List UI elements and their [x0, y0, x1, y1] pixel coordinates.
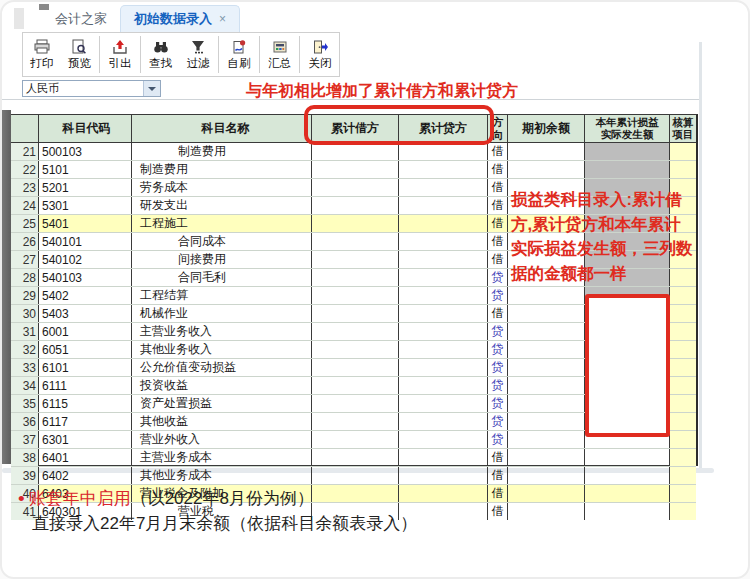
- cum-debit-cell[interactable]: [312, 341, 399, 358]
- direction-cell[interactable]: 借: [488, 143, 508, 160]
- code-cell[interactable]: 5201: [39, 179, 132, 196]
- item-cell[interactable]: [670, 485, 696, 502]
- name-cell[interactable]: 投资收益: [132, 377, 312, 394]
- item-cell[interactable]: [670, 305, 696, 322]
- direction-cell[interactable]: 借: [488, 233, 508, 250]
- cum-debit-cell[interactable]: [312, 305, 399, 322]
- direction-cell[interactable]: 贷: [488, 287, 508, 304]
- summary-button[interactable]: 汇总: [261, 33, 299, 76]
- currency-dropdown[interactable]: 人民币: [22, 80, 161, 97]
- cum-credit-cell[interactable]: [399, 413, 488, 430]
- find-button[interactable]: 查找: [142, 33, 180, 76]
- code-cell[interactable]: 540103: [39, 269, 132, 286]
- direction-cell[interactable]: 借: [488, 485, 508, 502]
- cum-credit-cell[interactable]: [399, 161, 488, 178]
- export-button[interactable]: 引出: [101, 33, 139, 76]
- direction-cell[interactable]: 借: [488, 251, 508, 268]
- cum-debit-cell[interactable]: [312, 467, 399, 484]
- cum-debit-cell[interactable]: [312, 161, 399, 178]
- item-cell[interactable]: [670, 287, 696, 304]
- item-cell[interactable]: [670, 467, 696, 484]
- opening-balance-cell[interactable]: [508, 323, 585, 340]
- cum-debit-cell[interactable]: [312, 377, 399, 394]
- item-cell[interactable]: [670, 503, 696, 520]
- item-cell[interactable]: [670, 449, 696, 466]
- name-cell[interactable]: 公允价值变动损益: [132, 359, 312, 376]
- cum-credit-cell[interactable]: [399, 305, 488, 322]
- ytd-amount-cell[interactable]: [585, 143, 670, 160]
- name-cell[interactable]: 制造费用: [132, 161, 312, 178]
- code-cell[interactable]: 5403: [39, 305, 132, 322]
- cum-debit-cell[interactable]: [312, 449, 399, 466]
- opening-balance-cell[interactable]: [508, 449, 585, 466]
- ytd-amount-cell[interactable]: [585, 161, 670, 178]
- preview-button[interactable]: 预览: [61, 33, 99, 76]
- tab-accounting-home[interactable]: 会计之家: [42, 6, 120, 32]
- cum-credit-cell[interactable]: [399, 179, 488, 196]
- direction-cell[interactable]: 借: [488, 503, 508, 520]
- cum-credit-cell[interactable]: [399, 287, 488, 304]
- opening-balance-cell[interactable]: [508, 341, 585, 358]
- refresh-button[interactable]: 自刷: [220, 33, 258, 76]
- code-cell[interactable]: 6401: [39, 449, 132, 466]
- item-cell[interactable]: [670, 323, 696, 340]
- item-cell[interactable]: [670, 377, 696, 394]
- opening-balance-cell[interactable]: [508, 395, 585, 412]
- name-cell[interactable]: 合同成本: [132, 233, 312, 250]
- code-cell[interactable]: 6001: [39, 323, 132, 340]
- cum-debit-cell[interactable]: [312, 431, 399, 448]
- ytd-amount-cell[interactable]: [585, 485, 670, 502]
- cum-debit-cell[interactable]: [312, 197, 399, 214]
- direction-cell[interactable]: 贷: [488, 341, 508, 358]
- item-cell[interactable]: [670, 431, 696, 448]
- direction-cell[interactable]: 借: [488, 467, 508, 484]
- cum-debit-cell[interactable]: [312, 269, 399, 286]
- code-cell[interactable]: 540102: [39, 251, 132, 268]
- cum-credit-cell[interactable]: [399, 341, 488, 358]
- name-cell[interactable]: 研发支出: [132, 197, 312, 214]
- name-cell[interactable]: 其他业务收入: [132, 341, 312, 358]
- opening-balance-cell[interactable]: [508, 467, 585, 484]
- code-cell[interactable]: 6115: [39, 395, 132, 412]
- cum-debit-cell[interactable]: [312, 287, 399, 304]
- cum-credit-cell[interactable]: [399, 233, 488, 250]
- code-cell[interactable]: 5301: [39, 197, 132, 214]
- direction-cell[interactable]: 借: [488, 215, 508, 232]
- opening-balance-cell[interactable]: [508, 161, 585, 178]
- direction-cell[interactable]: 贷: [488, 359, 508, 376]
- cum-credit-cell[interactable]: [399, 197, 488, 214]
- opening-balance-cell[interactable]: [508, 431, 585, 448]
- cum-debit-cell[interactable]: [312, 413, 399, 430]
- code-cell[interactable]: 6402: [39, 467, 132, 484]
- name-cell[interactable]: 资产处置损益: [132, 395, 312, 412]
- direction-cell[interactable]: 借: [488, 305, 508, 322]
- name-cell[interactable]: 机械作业: [132, 305, 312, 322]
- cum-debit-cell[interactable]: [312, 323, 399, 340]
- cum-debit-cell[interactable]: [312, 251, 399, 268]
- code-cell[interactable]: 500103: [39, 143, 132, 160]
- cum-credit-cell[interactable]: [399, 143, 488, 160]
- opening-balance-cell[interactable]: [508, 485, 585, 502]
- cum-debit-cell[interactable]: [312, 233, 399, 250]
- cum-credit-cell[interactable]: [399, 269, 488, 286]
- opening-balance-cell[interactable]: [508, 503, 585, 520]
- direction-cell[interactable]: 贷: [488, 395, 508, 412]
- name-cell[interactable]: 间接费用: [132, 251, 312, 268]
- cum-credit-cell[interactable]: [399, 449, 488, 466]
- cum-debit-cell[interactable]: [312, 143, 399, 160]
- cum-debit-cell[interactable]: [312, 215, 399, 232]
- tab-initial-data-entry[interactable]: 初始数据录入 ×: [120, 5, 240, 32]
- item-cell[interactable]: [670, 161, 696, 178]
- code-cell[interactable]: 6111: [39, 377, 132, 394]
- code-cell[interactable]: 6301: [39, 431, 132, 448]
- dropdown-arrow-icon[interactable]: [143, 81, 160, 96]
- opening-balance-cell[interactable]: [508, 143, 585, 160]
- code-cell[interactable]: 6101: [39, 359, 132, 376]
- name-cell[interactable]: 主营业务收入: [132, 323, 312, 340]
- opening-balance-cell[interactable]: [508, 287, 585, 304]
- name-cell[interactable]: 主营业务成本: [132, 449, 312, 466]
- cum-debit-cell[interactable]: [312, 179, 399, 196]
- name-cell[interactable]: 工程结算: [132, 287, 312, 304]
- ytd-amount-cell[interactable]: [585, 467, 670, 484]
- cum-credit-cell[interactable]: [399, 359, 488, 376]
